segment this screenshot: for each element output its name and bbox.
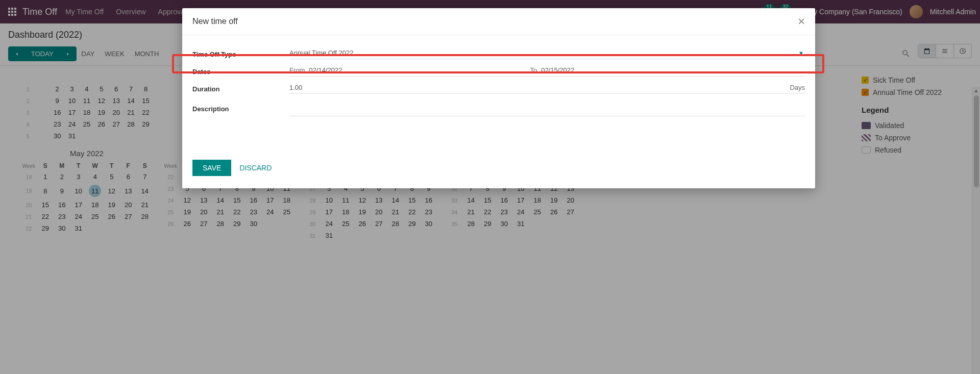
value-from: 02/14/2022	[309, 66, 342, 74]
label-type: Time Off Type	[192, 51, 289, 58]
modal-title: New time off	[192, 17, 238, 26]
field-type[interactable]: Annual Time Off 2022 ▼	[289, 49, 805, 59]
duration-unit: Days	[790, 84, 805, 91]
value-to: 02/15/2022	[541, 66, 574, 74]
discard-button[interactable]: DISCARD	[239, 164, 272, 172]
value-type: Annual Time Off 2022	[289, 49, 354, 57]
save-button[interactable]: SAVE	[192, 160, 231, 176]
label-to: To	[530, 66, 537, 74]
close-icon[interactable]: ×	[798, 15, 805, 28]
value-duration: 1.00	[289, 84, 302, 91]
field-description[interactable]	[289, 101, 805, 116]
label-dates: Dates	[192, 68, 289, 76]
label-from: From	[289, 66, 305, 74]
new-time-off-modal: New time off × Time Off Type Annual Time…	[182, 8, 815, 188]
field-dates[interactable]: From 02/14/2022 To 02/15/2022	[289, 66, 805, 77]
field-duration[interactable]: 1.00 Days	[289, 84, 805, 94]
chevron-down-icon: ▼	[798, 50, 804, 56]
label-duration: Duration	[192, 85, 289, 93]
label-description: Description	[192, 105, 289, 113]
